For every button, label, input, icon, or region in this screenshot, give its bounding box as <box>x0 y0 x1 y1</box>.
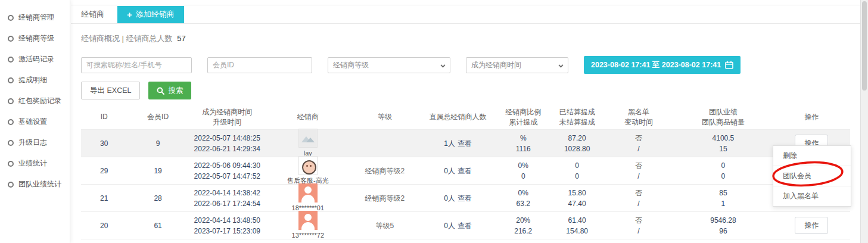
circle-bullet-icon <box>8 15 14 21</box>
cell-dealer: 售后客服-高光 <box>266 156 350 186</box>
cell-team: 00 <box>673 160 773 182</box>
date-range-value: 2023-08-02 17:41 至 2023-08-02 17:41 <box>591 60 721 70</box>
sidebar-item-basic-settings[interactable]: 基础设置 <box>0 111 70 132</box>
cell-member-id: 9 <box>127 138 188 149</box>
cell-dealer: 18*******01 <box>266 183 350 213</box>
menu-item-team-members[interactable]: 团队会员 <box>773 166 851 186</box>
cell-member-id: 19 <box>127 166 188 176</box>
row-action-button[interactable]: 操作 <box>795 217 828 234</box>
circle-bullet-icon <box>8 140 14 146</box>
dealer-avatar <box>298 156 318 175</box>
sidebar-item-dealer-levels[interactable]: 经销商等级 <box>0 28 70 49</box>
sidebar-item-activation-codes[interactable]: 激活码记录 <box>0 49 70 70</box>
cell-direct-count: 0人查看 <box>419 220 496 231</box>
action-dropdown-menu: 删除 团队会员 加入黑名单 <box>773 145 851 207</box>
tab-dealer[interactable]: 经销商 <box>81 9 104 20</box>
sidebar-item-label: 提成明细 <box>18 75 47 85</box>
cell-direct-count: 0人查看 <box>419 193 496 204</box>
col-header-direct-count: 直属总经销商人数 <box>419 112 496 122</box>
view-link[interactable]: 查看 <box>458 167 472 175</box>
cell-dealer: 13*******72 <box>266 211 350 241</box>
circle-bullet-icon <box>8 119 14 125</box>
table-row: 20 61 2022-04-14 13:48:502023-07-17 15:2… <box>81 211 850 239</box>
dealer-level-select-value: 经销商等级 <box>333 60 369 70</box>
cell-ratio: 20%216.2 <box>496 215 550 236</box>
sidebar-item-label: 业绩统计 <box>18 158 47 169</box>
col-header-id: ID <box>81 112 127 122</box>
col-header-team: 团队业绩团队商品销量 <box>673 107 773 128</box>
table-row: 19 16 2022-04-14 08:58:052022-09-02 11:5… <box>81 239 850 243</box>
sidebar-item-label: 基础设置 <box>18 117 47 127</box>
menu-item-delete[interactable]: 删除 <box>773 146 851 166</box>
cell-ratio: %1116 <box>496 133 550 154</box>
sidebar-item-label: 红包奖励记录 <box>18 96 61 106</box>
dealer-admin-page: 经销商管理 经销商等级 激活码记录 提成明细 红包奖励记录 基础设置 升级日志 <box>0 0 868 243</box>
add-dealer-label: 添加经销商 <box>136 9 175 20</box>
cell-action: 操作 <box>773 217 850 234</box>
circle-bullet-icon <box>8 77 14 83</box>
top-divider <box>71 0 860 5</box>
member-id-input[interactable] <box>207 57 312 73</box>
main-content: 经销商 + 添加经销商 经销商概况 | 经销商总人数 57 经销商等级 成为经销… <box>71 0 860 243</box>
add-dealer-button[interactable]: + 添加经销商 <box>117 6 184 23</box>
view-link[interactable]: 查看 <box>458 222 472 230</box>
cell-team: 9546.2896 <box>673 215 773 236</box>
summary-label: 经销商概况 | 经销商总人数 <box>81 34 173 43</box>
table-row: 29 19 2022-05-06 09:44:302022-05-07 14:4… <box>81 157 850 184</box>
cell-ratio: 0%63.2 <box>496 188 550 209</box>
col-header-member-id: 会员ID <box>127 112 188 122</box>
table-header-row: ID 会员ID 成为经销商时间升级时间 经销商 等级 直属总经销商人数 经销商比… <box>81 105 850 129</box>
sidebar-item-label: 经销商管理 <box>18 13 54 23</box>
sidebar-item-team-performance-stats[interactable]: 团队业绩统计 <box>0 174 70 195</box>
sidebar-item-redpacket-rewards[interactable]: 红包奖励记录 <box>0 91 70 111</box>
filter-row: 经销商等级 成为经销商时间 2023-08-02 17:41 至 2023-08… <box>81 56 860 74</box>
sidebar-item-label: 团队业绩统计 <box>18 179 61 189</box>
sidebar-item-label: 经销商等级 <box>18 33 54 43</box>
cell-id: 30 <box>81 138 127 149</box>
view-link[interactable]: 查看 <box>458 194 472 202</box>
col-header-action: 操作 <box>773 112 850 122</box>
col-header-settled: 已结算提成未结算提成 <box>550 107 603 128</box>
dealer-avatar <box>298 183 318 202</box>
menu-item-add-to-blacklist[interactable]: 加入黑名单 <box>773 186 851 206</box>
view-link[interactable]: 查看 <box>458 139 472 148</box>
vertical-scrollbar[interactable] <box>860 0 868 243</box>
cell-settled: 61.40154.80 <box>550 215 603 236</box>
sidebar-item-label: 激活码记录 <box>18 54 54 64</box>
circle-bullet-icon <box>8 182 14 188</box>
cell-settled: 15.8047.40 <box>550 188 603 209</box>
sidebar: 经销商管理 经销商等级 激活码记录 提成明细 红包奖励记录 基础设置 升级日志 <box>0 0 70 243</box>
dealer-level-select[interactable]: 经销商等级 <box>328 57 450 73</box>
cell-member-id: 61 <box>127 220 188 231</box>
keyword-search-input[interactable] <box>81 57 192 73</box>
cell-id: 21 <box>81 193 127 204</box>
dealer-total-count: 57 <box>177 34 185 43</box>
become-time-select[interactable]: 成为经销商时间 <box>466 57 568 73</box>
cell-times: 2022-05-06 09:44:302022-05-07 14:47:52 <box>189 160 266 182</box>
cell-blacklist: 否/ <box>604 133 673 154</box>
search-icon <box>157 87 164 95</box>
cell-team: 851 <box>673 188 773 209</box>
search-button[interactable]: 搜索 <box>148 82 191 99</box>
circle-bullet-icon <box>8 57 14 63</box>
cell-times: 2022-05-07 14:48:252022-06-21 14:29:34 <box>189 133 266 154</box>
dealer-summary: 经销商概况 | 经销商总人数 57 <box>71 24 860 44</box>
sidebar-item-label: 升级日志 <box>18 138 47 148</box>
sidebar-item-commission-detail[interactable]: 提成明细 <box>0 70 70 91</box>
cell-times: 2022-04-14 14:38:422022-06-17 17:24:54 <box>189 188 266 209</box>
cell-settled: 00 <box>550 160 603 182</box>
cell-level: 经销商等级2 <box>350 166 419 176</box>
date-range-button[interactable]: 2023-08-02 17:41 至 2023-08-02 17:41 <box>584 56 741 74</box>
dealer-avatar <box>298 129 318 148</box>
sidebar-item-dealer-management[interactable]: 经销商管理 <box>0 7 70 28</box>
cell-ratio: 0%0 <box>496 160 550 182</box>
sidebar-item-upgrade-log[interactable]: 升级日志 <box>0 132 70 153</box>
cell-blacklist: 否/ <box>604 188 673 209</box>
scrollbar-thumb[interactable] <box>862 1 867 91</box>
search-button-label: 搜索 <box>168 86 183 96</box>
export-excel-button[interactable]: 导出 EXCEL <box>81 82 140 99</box>
col-header-level: 等级 <box>350 112 419 122</box>
cell-blacklist: 否/ <box>604 215 673 236</box>
chevron-down-icon <box>441 63 446 67</box>
sidebar-item-performance-stats[interactable]: 业绩统计 <box>0 153 70 174</box>
